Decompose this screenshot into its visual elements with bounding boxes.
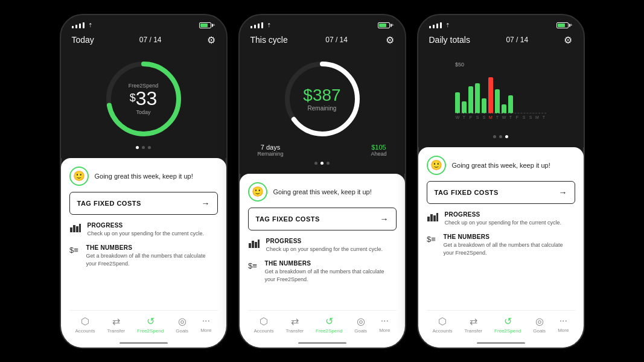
app-header: This cycle07 / 14⚙	[240, 32, 405, 51]
nav-item-free2spend[interactable]: ↺Free2Spend	[316, 316, 342, 334]
page-dots	[136, 146, 151, 149]
nav-item-more[interactable]: ···More	[200, 316, 211, 334]
app-header: Today07 / 14⚙	[61, 32, 226, 51]
menu-icon-0	[248, 238, 260, 250]
nav-item-transfer[interactable]: ⇄Transfer	[286, 316, 304, 334]
menu-icon-1: $≡	[69, 245, 80, 257]
home-bar	[298, 342, 346, 344]
svg-rect-10	[252, 241, 254, 248]
svg-rect-5	[79, 224, 81, 232]
status-right: +	[199, 22, 215, 28]
svg-rect-11	[255, 242, 257, 248]
smiley-circle: 🙂	[427, 156, 446, 175]
nav-icon-more: ···	[560, 316, 567, 326]
settings-icon[interactable]: ⚙	[564, 34, 572, 46]
menu-text-1: THE NUMBERSGet a breakdown of all the nu…	[444, 233, 575, 256]
stat-ahead-value: $105	[371, 144, 386, 151]
nav-item-more[interactable]: ···More	[558, 316, 569, 334]
battery-icon: +	[556, 22, 572, 28]
menu-item-1[interactable]: $≡THE NUMBERSGet a breakdown of all the …	[69, 244, 218, 267]
chart-bar	[468, 86, 473, 113]
chart-bar	[508, 95, 513, 113]
tag-fixed-costs-button[interactable]: TAG FIXED COSTS→	[427, 181, 575, 204]
smiley-row: 🙂Going great this week, keep it up!	[248, 182, 397, 202]
menu-desc-1: Get a breakdown of all the numbers that …	[86, 252, 218, 267]
home-indicator	[427, 340, 575, 348]
tag-fixed-costs-button[interactable]: TAG FIXED COSTS→	[248, 208, 397, 230]
nav-item-goals[interactable]: ◎Goals	[176, 316, 188, 334]
tag-btn-label: TAG FIXED COSTS	[256, 215, 320, 223]
nav-label-free2spend: Free2Spend	[316, 328, 342, 334]
nav-label-more: More	[379, 328, 390, 333]
nav-label-goals: Goals	[354, 328, 367, 334]
page-dots	[493, 135, 508, 138]
nav-item-goals[interactable]: ◎Goals	[354, 316, 367, 334]
nav-icon-accounts: ⬡	[260, 316, 268, 327]
tag-fixed-costs-button[interactable]: TAG FIXED COSTS→	[69, 192, 218, 215]
gauge-center: $387Remaining	[303, 86, 340, 112]
white-section: 🙂Going great this week, keep it up!TAG F…	[61, 158, 226, 348]
menu-title-1: THE NUMBERS	[86, 244, 218, 251]
menu-item-0[interactable]: PROGRESSCheck up on your spending for th…	[69, 222, 218, 238]
nav-item-goals[interactable]: ◎Goals	[533, 316, 546, 334]
nav-label-free2spend: Free2Spend	[137, 328, 164, 334]
chart-x-label: T	[508, 115, 513, 119]
menu-desc-1: Get a breakdown of all the numbers that …	[265, 268, 397, 283]
nav-icon-goals: ◎	[357, 316, 365, 327]
home-bar	[477, 342, 525, 344]
menu-item-1[interactable]: $≡THE NUMBERSGet a breakdown of all the …	[248, 260, 397, 283]
header-date: 07 / 14	[325, 36, 348, 44]
menu-desc-1: Get a breakdown of all the numbers that …	[444, 241, 575, 256]
chart-x-label: S	[482, 115, 486, 119]
chart-x-label: F	[468, 115, 473, 119]
menu-item-0[interactable]: PROGRESSCheck up on your spending for th…	[427, 211, 575, 227]
menu-desc-0: Check up on your spending for the curren…	[88, 230, 205, 238]
chart-bar	[475, 83, 480, 113]
tag-btn-arrow-icon: →	[559, 188, 567, 197]
header-title: This cycle	[250, 35, 288, 45]
menu-icon-1: $≡	[427, 234, 438, 246]
chart-x-label: M	[488, 115, 493, 119]
nav-item-accounts[interactable]: ⬡Accounts	[433, 316, 453, 334]
smiley-face-icon: 🙂	[73, 170, 85, 182]
menu-desc-0: Check up on your spending for the curren…	[266, 246, 383, 253]
chart-section: $50WTFSSMTWTFSSMT	[447, 57, 555, 130]
menu-text-1: THE NUMBERSGet a breakdown of all the nu…	[265, 260, 397, 283]
notch	[113, 15, 174, 28]
settings-icon[interactable]: ⚙	[207, 34, 215, 46]
white-section: 🙂Going great this week, keep it up!TAG F…	[418, 147, 584, 348]
nav-icon-free2spend: ↺	[325, 316, 333, 327]
page-dot-0	[493, 135, 496, 138]
gauge-container: $387Remaining	[280, 57, 365, 141]
chart-x-label: S	[528, 115, 533, 119]
nav-item-free2spend[interactable]: ↺Free2Spend	[494, 316, 521, 334]
bottom-nav: ⬡Accounts⇄Transfer↺Free2Spend◎Goals···Mo…	[427, 310, 575, 340]
page-dot-1	[499, 135, 502, 138]
settings-icon[interactable]: ⚙	[386, 34, 394, 46]
bottom-nav: ⬡Accounts⇄Transfer↺Free2Spend◎Goals···Mo…	[248, 310, 397, 340]
nav-icon-transfer: ⇄	[470, 316, 477, 327]
chart-x-label: F	[515, 115, 520, 119]
nav-label-transfer: Transfer	[107, 328, 126, 334]
nav-item-accounts[interactable]: ⬡Accounts	[254, 316, 274, 334]
nav-item-free2spend[interactable]: ↺Free2Spend	[137, 316, 164, 334]
nav-item-transfer[interactable]: ⇄Transfer	[107, 316, 126, 334]
menu-item-0[interactable]: PROGRESSCheck up on your spending for th…	[248, 238, 397, 253]
nav-item-more[interactable]: ···More	[379, 316, 390, 334]
menu-item-1[interactable]: $≡THE NUMBERSGet a breakdown of all the …	[427, 233, 575, 256]
nav-label-more: More	[200, 328, 211, 333]
svg-text:$≡: $≡	[69, 246, 78, 255]
chart-x-label: T	[462, 115, 467, 119]
chart-y-label: $50	[455, 62, 546, 68]
header-date: 07 / 14	[506, 36, 528, 44]
stat-days: 7 daysRemaining	[258, 144, 284, 157]
menu-text-0: PROGRESSCheck up on your spending for th…	[445, 211, 562, 227]
tag-btn-arrow-icon: →	[202, 198, 210, 208]
home-indicator	[69, 340, 218, 348]
nav-item-accounts[interactable]: ⬡Accounts	[75, 316, 95, 334]
home-indicator	[248, 340, 397, 348]
gauge-label-bottom: Today	[129, 109, 159, 115]
stat-ahead: $105Ahead	[371, 144, 386, 157]
smiley-text: Going great this week, keep it up!	[95, 173, 193, 180]
nav-item-transfer[interactable]: ⇄Transfer	[465, 316, 483, 334]
